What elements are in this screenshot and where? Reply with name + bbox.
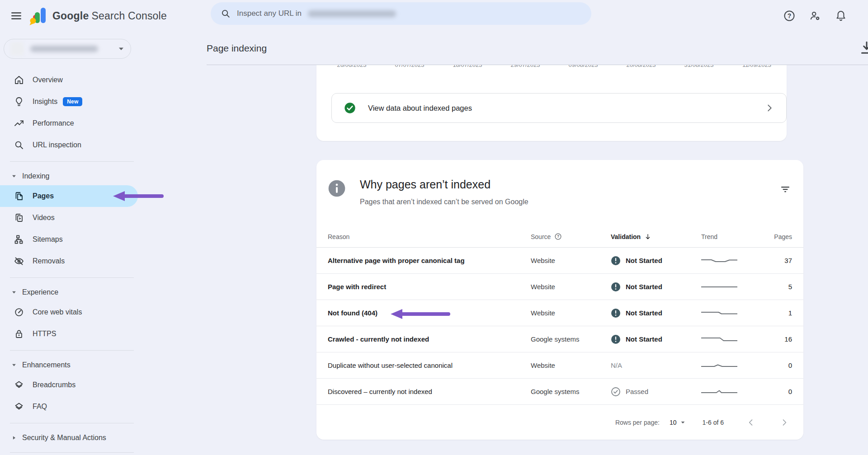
sidebar-item-url-inspection[interactable]: URL inspection xyxy=(0,134,141,156)
reason-cell: Crawled - currently not indexed xyxy=(328,335,531,343)
help-circle-icon: ? xyxy=(554,233,562,240)
trend-cell xyxy=(701,334,769,344)
sidebar-divider xyxy=(0,156,141,167)
chart-date-label: 31/08/2023 xyxy=(684,65,713,68)
why-not-indexed-card: Why pages aren’t indexed Pages that aren… xyxy=(316,160,803,440)
svg-text:?: ? xyxy=(788,12,792,19)
sidebar-section-enhancements[interactable]: Enhancements xyxy=(0,356,141,374)
sidebar-item-label: Breadcrumbs xyxy=(33,381,75,389)
card-title: Why pages aren’t indexed xyxy=(360,178,491,191)
pagination-next-icon[interactable] xyxy=(778,416,791,429)
export-download-icon[interactable] xyxy=(859,40,868,56)
sidebar-item-performance[interactable]: Performance xyxy=(0,113,141,134)
sidebar-section-security-and-manual-actions[interactable]: Security & Manual Actions xyxy=(0,429,141,447)
hamburger-menu-icon[interactable] xyxy=(7,7,25,25)
table-row-discovered-currently-not-indexed[interactable]: Discovered – currently not indexedGoogle… xyxy=(316,379,803,405)
chart-date-label: 20/08/2023 xyxy=(626,65,656,68)
table-row-page-with-redirect[interactable]: Page with redirectWebsiteNot Started5 xyxy=(316,274,803,300)
user-settings-icon[interactable] xyxy=(805,6,825,26)
pages-count-cell: 37 xyxy=(784,257,792,264)
chart-date-label: 09/08/2023 xyxy=(568,65,598,68)
column-header-trend[interactable]: Trend xyxy=(701,233,769,240)
sidebar-divider xyxy=(0,447,141,455)
sidebar-item-breadcrumbs[interactable]: Breadcrumbs xyxy=(0,374,141,396)
sidebar-item-sitemaps[interactable]: Sitemaps xyxy=(0,229,141,250)
sidebar-item-removals[interactable]: Removals xyxy=(0,250,141,272)
validation-status: Passed xyxy=(626,388,648,395)
sitemaps-icon xyxy=(14,234,24,245)
table-pagination: Rows per page: 10 1-6 of 6 xyxy=(316,405,803,440)
table-row-duplicate-without-user-selected-canonical[interactable]: Duplicate without user-selected canonica… xyxy=(316,352,803,379)
property-selector[interactable] xyxy=(4,39,131,59)
validation-status: N/A xyxy=(611,361,622,369)
triangle-down-icon xyxy=(11,174,17,179)
sidebar-item-label: HTTPS xyxy=(33,330,56,338)
rows-per-page-label: Rows per page: xyxy=(615,419,660,426)
validation-cell: Passed xyxy=(611,387,701,397)
pagination-prev-icon[interactable] xyxy=(745,416,757,429)
sidebar-item-https[interactable]: HTTPS xyxy=(0,323,141,345)
overview-icon xyxy=(14,75,24,85)
passed-icon xyxy=(611,387,621,397)
sidebar-section-experience[interactable]: Experience xyxy=(0,283,141,301)
help-icon[interactable]: ? xyxy=(779,6,799,26)
notifications-bell-icon[interactable] xyxy=(831,6,851,26)
validation-cell: Not Started xyxy=(611,308,701,318)
url-inspection-search-input[interactable]: Inspect any URL in xyxy=(211,2,591,25)
chevron-down-icon xyxy=(118,47,124,51)
sidebar-item-insights[interactable]: InsightsNew xyxy=(0,91,141,113)
redacted-property-name xyxy=(30,46,98,52)
sidebar-section-label: Security & Manual Actions xyxy=(22,434,106,442)
indexing-chart-card: 26/06/202307/07/202318/07/202329/07/2023… xyxy=(316,65,787,141)
card-subtitle: Pages that aren’t indexed can’t be serve… xyxy=(360,198,528,206)
core-web-vitals-icon xyxy=(14,307,24,318)
triangle-down-icon xyxy=(11,290,17,295)
column-header-source[interactable]: Source ? xyxy=(531,233,611,240)
view-indexed-data-card[interactable]: View data about indexed pages xyxy=(331,93,787,123)
pages-count-cell: 5 xyxy=(788,283,792,291)
sidebar-item-label: Sitemaps xyxy=(33,235,63,244)
issues-table: Reason Source ? Validation Trend Pages A… xyxy=(316,226,803,405)
sidebar-item-videos[interactable]: Videos xyxy=(0,207,141,229)
validation-status: Not Started xyxy=(626,283,662,291)
sidebar-item-label: Insights xyxy=(33,98,57,106)
filter-icon[interactable] xyxy=(777,181,794,198)
chart-date-label: 18/07/2023 xyxy=(453,65,482,68)
column-header-pages[interactable]: Pages xyxy=(774,233,792,240)
table-row-crawled-currently-not-indexed[interactable]: Crawled - currently not indexedGoogle sy… xyxy=(316,326,803,352)
source-cell: Google systems xyxy=(531,335,611,343)
removals-icon xyxy=(14,256,24,267)
column-header-reason[interactable]: Reason xyxy=(328,233,531,240)
breadcrumbs-icon xyxy=(14,380,24,390)
https-icon xyxy=(14,328,24,339)
rows-per-page-select[interactable]: 10 xyxy=(670,419,685,426)
column-header-validation[interactable]: Validation xyxy=(611,233,701,240)
trend-cell xyxy=(701,308,769,318)
topbar-actions: ? xyxy=(779,6,851,26)
sidebar-divider xyxy=(0,417,141,429)
source-cell: Google systems xyxy=(531,388,611,395)
sort-arrow-down-icon xyxy=(644,233,651,240)
chart-date-label: 07/07/2023 xyxy=(395,65,424,68)
sidebar-item-overview[interactable]: Overview xyxy=(0,69,141,91)
table-row-alternative-page-with-proper-canonical-tag[interactable]: Alternative page with proper canonical t… xyxy=(316,248,803,274)
trend-cell xyxy=(701,387,769,397)
pages-count-cell: 16 xyxy=(784,335,792,343)
sidebar-item-faq[interactable]: FAQ xyxy=(0,396,141,417)
sidebar-item-pages[interactable]: Pages xyxy=(0,185,138,207)
table-row-not-found-404[interactable]: Not found (404)WebsiteNot Started1 xyxy=(316,300,803,326)
not-started-icon xyxy=(611,308,621,318)
chart-date-label: 26/06/2023 xyxy=(337,65,366,68)
sidebar-item-label: Core web vitals xyxy=(33,308,82,316)
trend-cell xyxy=(701,256,769,266)
sidebar-section-indexing[interactable]: Indexing xyxy=(0,167,141,185)
search-placeholder-text: Inspect any URL in xyxy=(237,9,302,18)
google-search-console-logo[interactable]: GoogleSearch Console xyxy=(28,5,167,26)
sidebar-item-core-web-vitals[interactable]: Core web vitals xyxy=(0,301,141,323)
sidebar: OverviewInsightsNewPerformanceURL inspec… xyxy=(0,32,168,455)
sidebar-item-label: Removals xyxy=(33,257,65,265)
reason-cell: Duplicate without user-selected canonica… xyxy=(328,361,531,369)
chart-date-label: 11/09/2023 xyxy=(742,65,771,68)
source-cell: Website xyxy=(531,309,611,317)
dropdown-triangle-icon xyxy=(680,421,685,424)
